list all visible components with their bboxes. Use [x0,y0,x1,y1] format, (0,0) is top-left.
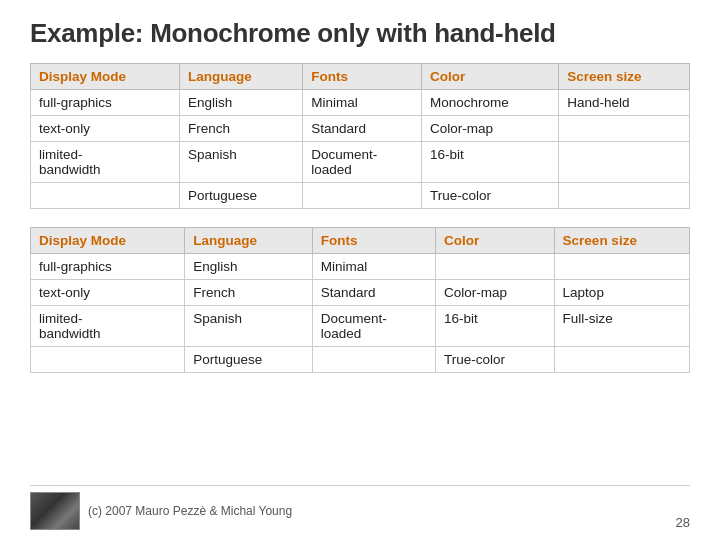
table-2-col-2-header: Language [185,228,313,254]
table-cell: full-graphics [31,90,180,116]
table-2-header-row: Display Mode Language Fonts Color Screen… [31,228,690,254]
table-cell: Hand-held [559,90,690,116]
slide-footer: (c) 2007 Mauro Pezzè & Michal Young 28 [30,485,690,530]
table-cell: Standard [303,116,422,142]
table-cell: text-only [31,280,185,306]
table-1-col-5-header: Screen size [559,64,690,90]
table-cell: Minimal [312,254,435,280]
table-cell: Spanish [179,142,302,183]
table-cell: Color-map [435,280,554,306]
table-cell [303,183,422,209]
table-1-col-1-header: Display Mode [31,64,180,90]
table-cell [31,347,185,373]
table-cell: English [179,90,302,116]
table-cell: Monochrome [422,90,559,116]
table-cell: full-graphics [31,254,185,280]
table-cell [312,347,435,373]
table-cell: True-color [422,183,559,209]
table-cell: Spanish [185,306,313,347]
table-1-col-2-header: Language [179,64,302,90]
table-1-header-row: Display Mode Language Fonts Color Screen… [31,64,690,90]
footer-copyright: (c) 2007 Mauro Pezzè & Michal Young [88,504,292,518]
table-cell [554,254,689,280]
table-cell: text-only [31,116,180,142]
table-cell: Document-loaded [312,306,435,347]
table-2-col-4-header: Color [435,228,554,254]
table-cell: French [179,116,302,142]
table-1-col-4-header: Color [422,64,559,90]
table-cell: Document-loaded [303,142,422,183]
table-1-col-3-header: Fonts [303,64,422,90]
table-cell: limited-bandwidth [31,306,185,347]
table-1: Display Mode Language Fonts Color Screen… [30,63,690,209]
table-cell: Portuguese [179,183,302,209]
table-row: Portuguese True-color [31,183,690,209]
table-2-col-1-header: Display Mode [31,228,185,254]
table-cell: Minimal [303,90,422,116]
table-cell: Color-map [422,116,559,142]
slide-page: Example: Monochrome only with hand-held … [0,0,720,540]
table-row: limited-bandwidth Spanish Document-loade… [31,306,690,347]
table-cell: True-color [435,347,554,373]
table-row: text-only French Standard Color-map [31,116,690,142]
table-cell: 16-bit [422,142,559,183]
table-row: text-only French Standard Color-map Lapt… [31,280,690,306]
table-row: Portuguese True-color [31,347,690,373]
table-cell: limited-bandwidth [31,142,180,183]
table-row: full-graphics English Minimal Monochrome… [31,90,690,116]
table-2-col-5-header: Screen size [554,228,689,254]
footer-page-number: 28 [676,515,690,530]
table-cell: English [185,254,313,280]
table-cell [559,116,690,142]
table-cell: Full-size [554,306,689,347]
slide-title: Example: Monochrome only with hand-held [30,18,690,49]
table-cell: Portuguese [185,347,313,373]
table-cell [435,254,554,280]
table-2-col-3-header: Fonts [312,228,435,254]
table-cell: 16-bit [435,306,554,347]
footer-left: (c) 2007 Mauro Pezzè & Michal Young [30,492,292,530]
table-cell: French [185,280,313,306]
table-cell [31,183,180,209]
table-cell [559,142,690,183]
table-cell: Laptop [554,280,689,306]
table-row: limited-bandwidth Spanish Document-loade… [31,142,690,183]
table-cell: Standard [312,280,435,306]
table-cell [554,347,689,373]
table-row: full-graphics English Minimal [31,254,690,280]
table-cell [559,183,690,209]
table-2: Display Mode Language Fonts Color Screen… [30,227,690,373]
slide-thumbnail [30,492,80,530]
